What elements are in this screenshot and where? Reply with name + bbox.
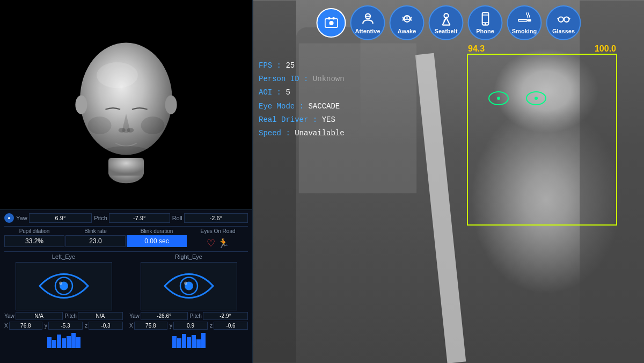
head-model-area	[0, 0, 252, 209]
pupil-dilation-box: Pupil dilation 33.2%	[4, 228, 64, 247]
pupil-dilation-value: 33.2%	[4, 235, 64, 247]
svg-point-4	[165, 95, 177, 114]
right-eye-title: Right_Eye	[175, 253, 202, 260]
svg-rect-24	[332, 17, 334, 19]
bottom-bars	[4, 332, 248, 348]
left-eye-tracking-circle	[488, 91, 509, 105]
left-eye-yaw-pitch: Yaw N/A Pitch N/A	[4, 312, 123, 320]
bar-7	[76, 337, 80, 348]
svg-rect-23	[328, 17, 330, 19]
phone-btn[interactable]: Phone	[468, 5, 503, 40]
svg-point-37	[558, 17, 563, 22]
le-x-value: 76.8	[9, 322, 42, 330]
bar-r6	[196, 339, 201, 348]
svg-rect-36	[528, 19, 531, 21]
svg-point-6	[119, 128, 126, 133]
left-bar-section	[4, 332, 123, 348]
left-eye-section: Left_Eye Yaw N/A	[4, 253, 123, 330]
le-z-label: z	[85, 323, 87, 329]
svg-point-10	[141, 117, 165, 134]
bar-2	[52, 340, 56, 348]
info-overlay: FPS : 25 Person ID : Unknown AOI : 5 Eye…	[259, 59, 345, 140]
svg-rect-1	[108, 158, 144, 176]
phone-icon	[478, 11, 493, 26]
pitch-label: Pitch	[94, 215, 107, 221]
svg-point-34	[485, 23, 486, 24]
person-id-value: Unknown	[313, 75, 345, 83]
eye-mode-label: Eye Mode :	[259, 102, 304, 111]
bar-r3	[182, 334, 186, 348]
le-x-label: X	[4, 323, 8, 329]
svg-point-38	[564, 17, 569, 22]
awake-btn[interactable]: Awake	[390, 5, 425, 40]
eyes-on-road-label: Eyes On Road	[200, 228, 235, 234]
re-x-value: 75.8	[134, 322, 167, 330]
svg-point-27	[404, 17, 407, 20]
seatbelt-icon	[438, 11, 453, 26]
face-detection-box: 94.3 100.0	[467, 54, 617, 226]
re-z-value: -0.6	[214, 322, 248, 330]
left-eye-canvas	[16, 262, 112, 310]
roll-value: -2.6°	[184, 213, 248, 223]
smoking-btn[interactable]: Smoking	[507, 5, 542, 40]
camera-feed: Attentive Awake	[253, 0, 644, 363]
svg-point-5	[97, 62, 138, 88]
attentive-btn[interactable]: Attentive	[350, 5, 385, 40]
le-yaw-value: N/A	[16, 312, 63, 320]
bar-1	[47, 337, 52, 348]
le-yaw-label: Yaw	[4, 313, 14, 319]
dashboard-icon-btn[interactable]	[317, 8, 346, 38]
roll-label: Roll	[172, 215, 182, 221]
top-icon-bar: Attentive Awake	[317, 5, 581, 40]
eye-icon-2: 🏃	[217, 237, 229, 249]
re-pitch-label: Pitch	[190, 313, 202, 319]
smoking-label: Smoking	[512, 28, 537, 34]
eye-mode-line: Eye Mode : SACCADE	[259, 100, 345, 113]
seatbelt-btn[interactable]: Seatbelt	[429, 5, 464, 40]
svg-point-28	[407, 17, 409, 20]
re-pitch-value: -2.9°	[203, 312, 248, 320]
pupil-dilation-label: Pupil dilation	[4, 228, 64, 234]
yaw-label: Yaw	[16, 215, 27, 221]
person-id-label: Person ID :	[259, 75, 308, 83]
speed-line: Speed : Unavailable	[259, 127, 345, 140]
re-y-value: 0.9	[173, 322, 208, 330]
re-yaw-label: Yaw	[129, 313, 140, 319]
svg-point-22	[330, 21, 333, 25]
glasses-btn[interactable]: Glasses	[546, 5, 581, 40]
svg-point-2	[80, 43, 172, 155]
re-z-label: z	[210, 323, 213, 329]
bar-6	[71, 333, 76, 348]
svg-point-13	[59, 282, 62, 285]
le-pitch-value: N/A	[78, 312, 123, 320]
right-eye-tracking-circle	[526, 91, 546, 105]
dashboard-icon	[324, 16, 339, 31]
bar-r4	[187, 337, 191, 348]
person-id-line: Person ID : Unknown	[259, 72, 345, 86]
right-eye-yaw-pitch: Yaw -26.6° Pitch -2.9°	[129, 312, 248, 320]
eyes-on-road-icons: ♡ 🏃	[207, 237, 229, 249]
blink-rate-label: Blink rate	[65, 228, 126, 234]
eyes-on-road-box: Eyes On Road ♡ 🏃	[188, 228, 248, 249]
eye-eyes-row: Left_Eye Yaw N/A	[4, 253, 248, 330]
svg-point-7	[127, 128, 134, 133]
face-score-right: 100.0	[595, 44, 616, 54]
head-model-svg	[67, 21, 185, 188]
bar-r1	[172, 336, 177, 348]
real-driver-value: YES	[322, 115, 335, 124]
blink-rate-value: 23.0	[65, 235, 126, 247]
right-eye-xyz: X 75.8 y 0.9 z -0.6	[129, 322, 248, 330]
real-driver-line: Real Driver : YES	[259, 113, 345, 127]
le-y-label: y	[45, 323, 47, 329]
phone-label: Phone	[476, 28, 494, 34]
bar-r5	[192, 335, 196, 348]
glasses-icon	[556, 11, 571, 26]
metrics-row: Pupil dilation 33.2% Blink rate 23.0 Bli…	[4, 228, 248, 249]
blink-duration-value: 0.00 sec	[127, 235, 187, 247]
bar-4	[62, 338, 66, 348]
face-score-left: 94.3	[468, 44, 485, 54]
roll-item: Roll -2.6°	[172, 213, 248, 223]
le-z-value: -0.3	[89, 322, 123, 330]
bar-3	[57, 335, 61, 348]
svg-point-16	[184, 282, 187, 285]
